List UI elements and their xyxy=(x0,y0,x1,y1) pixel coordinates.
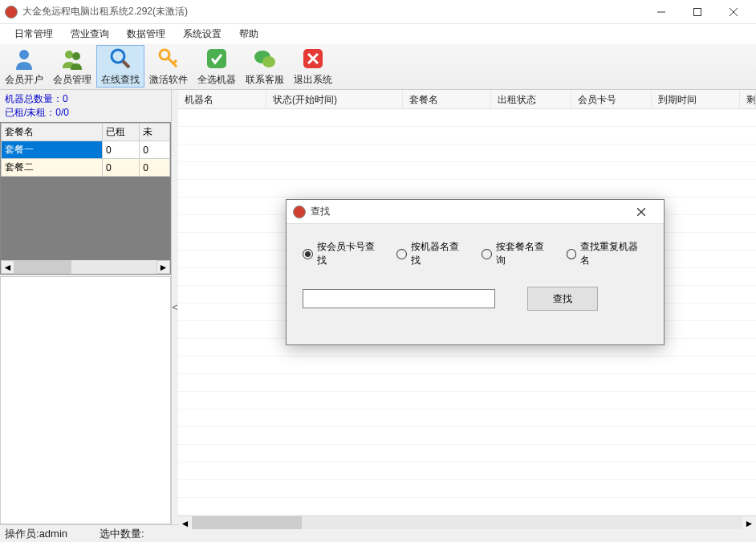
grid-col[interactable]: 状态(开始时间) xyxy=(266,90,403,108)
svg-rect-1 xyxy=(693,8,701,15)
toolbar-search[interactable]: 在线查找 xyxy=(96,45,144,88)
menu-daily[interactable]: 日常管理 xyxy=(6,25,61,43)
svg-rect-12 xyxy=(207,49,226,68)
toolbar-wechat[interactable]: 联系客服 xyxy=(241,45,289,88)
menu-data[interactable]: 数据管理 xyxy=(119,25,173,43)
svg-point-4 xyxy=(19,50,29,59)
machine-count-label: 机器总数量： xyxy=(5,93,63,104)
rented-ratio-label: 已租/未租： xyxy=(5,107,55,118)
left-panel: 机器总数量：0 已租/未租：0/0 套餐名 已租 未 套餐一00套餐二00 ◄ xyxy=(0,90,172,524)
toolbar-exit[interactable]: 退出系统 xyxy=(289,45,337,88)
svg-line-8 xyxy=(123,61,129,67)
operator-info: 操作员:admin xyxy=(5,527,67,541)
scroll-right-icon[interactable]: ► xyxy=(742,516,756,530)
close-button[interactable] xyxy=(715,0,751,23)
machine-count-value: 0 xyxy=(63,93,68,104)
toolbar-label: 会员开户 xyxy=(5,73,43,87)
package-table[interactable]: 套餐名 已租 未 套餐一00套餐二00 xyxy=(1,123,170,177)
grid-col[interactable]: 剩 xyxy=(740,90,756,108)
scroll-right-icon[interactable]: ► xyxy=(156,260,170,274)
rented-ratio-value: 0/0 xyxy=(55,107,69,118)
radio-label: 查找重复机器名 xyxy=(580,240,648,267)
radio-icon xyxy=(482,249,492,259)
grid-col[interactable]: 出租状态 xyxy=(491,90,571,108)
toolbar-label: 全选机器 xyxy=(197,73,236,87)
key-icon xyxy=(156,46,181,71)
radio-icon xyxy=(303,249,313,259)
search-input[interactable] xyxy=(303,289,495,308)
toolbar-key[interactable]: 激活软件 xyxy=(144,45,193,88)
minimize-button[interactable] xyxy=(643,0,679,23)
search-icon xyxy=(108,46,133,71)
grid-hscroll[interactable]: ◄ ► xyxy=(178,516,756,529)
left-bottom-panel xyxy=(0,276,171,524)
scroll-left-icon[interactable]: ◄ xyxy=(1,260,14,274)
grid-header: 机器名状态(开始时间)套餐名出租状态会员卡号到期时间剩 xyxy=(178,90,756,109)
toolbar-user-blue[interactable]: 会员开户 xyxy=(0,45,48,88)
user-blue-icon xyxy=(11,46,37,71)
dialog-title: 查找 xyxy=(311,205,625,218)
radio-label: 按机器名查找 xyxy=(411,240,469,267)
svg-point-5 xyxy=(65,51,73,59)
grid-col[interactable]: 机器名 xyxy=(178,90,266,108)
pkg-col-name[interactable]: 套餐名 xyxy=(2,124,103,141)
toolbar-label: 在线查找 xyxy=(101,73,140,87)
grid-col[interactable]: 套餐名 xyxy=(403,90,491,108)
toolbar-label: 退出系统 xyxy=(294,73,332,87)
grid-col[interactable]: 会员卡号 xyxy=(571,90,652,108)
dialog-icon xyxy=(293,206,306,218)
input-row: 查找 xyxy=(303,287,648,311)
users-green-icon xyxy=(59,46,85,71)
radio-label: 按会员卡号查找 xyxy=(317,240,384,267)
package-table-wrap: 套餐名 已租 未 套餐一00套餐二00 ◄ ► xyxy=(0,122,171,275)
pkg-hscroll[interactable]: ◄ ► xyxy=(1,260,170,274)
svg-point-7 xyxy=(112,50,124,63)
table-row[interactable]: 套餐一00 xyxy=(2,141,170,159)
radio-label: 按套餐名查询 xyxy=(496,240,554,267)
app-icon xyxy=(5,6,18,18)
splitter[interactable]: < xyxy=(172,90,178,524)
radio-option[interactable]: 查找重复机器名 xyxy=(567,240,648,267)
window-title: 大金免远程电脑出租系统2.292(未激活) xyxy=(22,5,643,18)
menu-help[interactable]: 帮助 xyxy=(231,25,266,43)
maximize-button[interactable] xyxy=(679,0,715,23)
search-button[interactable]: 查找 xyxy=(527,287,598,311)
menu-system[interactable]: 系统设置 xyxy=(175,25,230,43)
stats: 机器总数量：0 已租/未租：0/0 xyxy=(0,90,171,122)
svg-point-6 xyxy=(72,52,80,60)
radio-icon xyxy=(396,249,407,259)
svg-point-14 xyxy=(262,56,275,67)
radio-option[interactable]: 按套餐名查询 xyxy=(482,240,554,267)
check-icon xyxy=(204,46,230,71)
exit-icon xyxy=(300,46,326,71)
table-row[interactable]: 套餐二00 xyxy=(2,159,170,177)
toolbar-label: 激活软件 xyxy=(149,73,188,87)
toolbar-label: 会员管理 xyxy=(53,73,91,87)
menu-business[interactable]: 营业查询 xyxy=(63,25,117,43)
svg-line-11 xyxy=(173,60,177,63)
wechat-icon xyxy=(252,46,278,71)
radio-group: 按会员卡号查找按机器名查找按套餐名查询查找重复机器名 xyxy=(303,240,648,267)
pkg-col-rented[interactable]: 已租 xyxy=(103,124,140,141)
toolbar-label: 联系客服 xyxy=(246,73,284,87)
pkg-col-un[interactable]: 未 xyxy=(140,124,170,141)
dialog-close-button[interactable] xyxy=(625,201,657,223)
radio-option[interactable]: 按机器名查找 xyxy=(396,240,469,267)
search-dialog: 查找 按会员卡号查找按机器名查找按套餐名查询查找重复机器名 查找 xyxy=(286,199,665,345)
selected-count: 选中数量: xyxy=(100,527,144,541)
radio-icon xyxy=(567,249,577,259)
radio-option[interactable]: 按会员卡号查找 xyxy=(303,240,384,267)
grid-col[interactable]: 到期时间 xyxy=(652,90,740,108)
dialog-body: 按会员卡号查找按机器名查找按套餐名查询查找重复机器名 查找 xyxy=(287,224,664,327)
dialog-titlebar: 查找 xyxy=(287,200,664,224)
toolbar-check[interactable]: 全选机器 xyxy=(193,45,241,88)
window-controls xyxy=(643,0,751,23)
menubar: 日常管理 营业查询 数据管理 系统设置 帮助 xyxy=(0,24,756,43)
titlebar: 大金免远程电脑出租系统2.292(未激活) xyxy=(0,0,756,24)
toolbar-users-green[interactable]: 会员管理 xyxy=(48,45,96,88)
scroll-left-icon[interactable]: ◄ xyxy=(178,516,192,530)
toolbar: 会员开户会员管理在线查找激活软件全选机器联系客服退出系统 xyxy=(0,43,756,90)
